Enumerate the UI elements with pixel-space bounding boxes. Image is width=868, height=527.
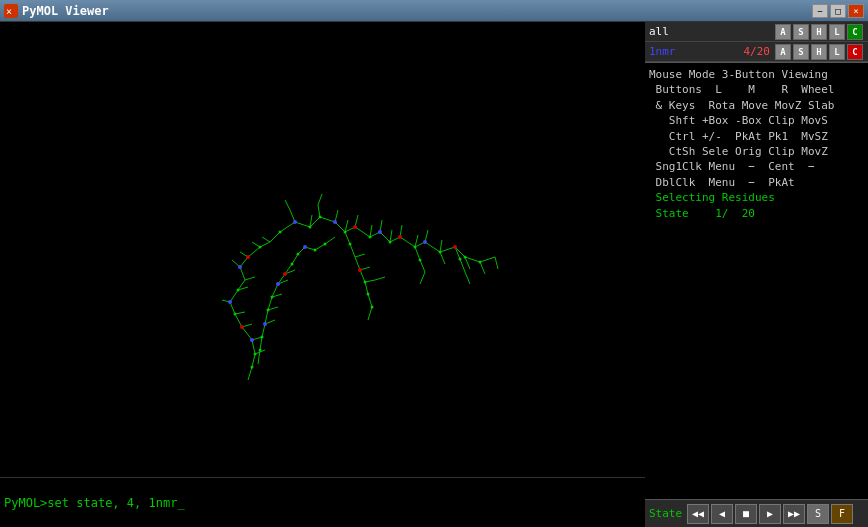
svg-point-99 [333,220,337,224]
info-line-5: Ctrl +/- PkAt Pk1 MvSZ [649,129,864,144]
svg-point-124 [479,261,482,264]
object-name-all: all [649,25,774,38]
info-line-3: & Keys Rota Move MovZ Slab [649,98,864,113]
titlebar: × PyMOL Viewer − □ × [0,0,868,22]
svg-point-141 [297,253,300,256]
close-button[interactable]: × [848,4,864,18]
svg-point-111 [246,255,250,259]
nav-rewind-button[interactable]: ◀◀ [687,504,709,524]
viewer-panel[interactable]: PyMOL>set state, 4, 1nmr_ [0,22,645,527]
nav-S-button[interactable]: S [807,504,829,524]
window-controls: − □ × [812,4,864,18]
all-btn-S[interactable]: S [793,24,809,40]
minimize-button[interactable]: − [812,4,828,18]
svg-point-122 [439,251,442,254]
all-btn-L[interactable]: L [829,24,845,40]
right-panel: all A S H L C 1nmr 4/20 A S H L C Mouse … [645,22,868,527]
object-row-all: all A S H L C [645,22,868,42]
svg-point-125 [259,246,262,249]
svg-point-116 [309,226,312,229]
molecule-svg [0,22,645,477]
all-btn-A[interactable]: A [775,24,791,40]
info-line-8: DblClk Menu − PkAt [649,175,864,190]
object-list: all A S H L C 1nmr 4/20 A S H L C [645,22,868,63]
1nmr-btn-C[interactable]: C [847,44,863,60]
svg-point-135 [349,243,352,246]
svg-point-114 [283,272,287,276]
svg-point-117 [319,216,322,219]
state-label: State [645,507,686,520]
svg-text:×: × [6,6,12,17]
maximize-button[interactable]: □ [830,4,846,18]
svg-point-123 [464,256,467,259]
nav-forward-button[interactable]: ▶▶ [783,504,805,524]
svg-point-112 [240,325,244,329]
nav-F-button[interactable]: F [831,504,853,524]
svg-point-131 [271,296,274,299]
svg-point-113 [358,268,362,272]
svg-point-106 [276,282,280,286]
molecule-canvas[interactable] [0,22,645,477]
1nmr-btn-S[interactable]: S [793,44,809,60]
command-prompt[interactable]: PyMOL>set state, 4, 1nmr_ [0,494,645,512]
app-title: PyMOL Viewer [22,4,109,18]
all-btn-C[interactable]: C [847,24,863,40]
svg-point-109 [398,235,402,239]
svg-point-128 [254,353,257,356]
svg-point-103 [228,300,232,304]
1nmr-btn-A[interactable]: A [775,44,791,60]
svg-point-142 [314,249,317,252]
nav-play-button[interactable]: ▶ [759,504,781,524]
svg-point-119 [369,236,372,239]
command-line[interactable]: PyMOL>set state, 4, 1nmr_ [0,477,645,527]
svg-point-100 [378,230,382,234]
svg-point-126 [237,289,240,292]
svg-point-130 [291,263,294,266]
svg-point-104 [250,338,254,342]
pymol-icon: × [4,4,18,18]
svg-point-136 [364,281,367,284]
svg-point-127 [234,313,237,316]
info-line-6: CtSh Sele Orig Clip MovZ [649,144,864,159]
object-name-1nmr: 1nmr [649,45,744,58]
svg-point-102 [238,265,242,269]
svg-point-137 [371,306,374,309]
svg-point-134 [259,349,262,352]
info-line-2: Buttons L M R Wheel [649,82,864,97]
1nmr-btn-H[interactable]: H [811,44,827,60]
svg-point-138 [367,293,370,296]
svg-point-118 [344,231,347,234]
svg-point-139 [419,259,422,262]
info-line-10: State 1/ 20 [649,206,864,221]
info-line-4: Shft +Box -Box Clip MovS [649,113,864,128]
info-line-7: Sng1Clk Menu − Cent − [649,159,864,174]
svg-point-115 [279,231,282,234]
svg-point-121 [414,246,417,249]
main-layout: PyMOL>set state, 4, 1nmr_ all A S H L C … [0,22,868,527]
svg-point-120 [389,241,392,244]
svg-point-133 [261,336,264,339]
svg-point-129 [251,366,254,369]
svg-point-110 [453,245,457,249]
svg-point-98 [293,220,297,224]
all-btn-H[interactable]: H [811,24,827,40]
info-line-1: Mouse Mode 3-Button Viewing [649,67,864,82]
object-row-1nmr: 1nmr 4/20 A S H L C [645,42,868,62]
nav-stop-button[interactable]: ■ [735,504,757,524]
info-line-9: Selecting Residues [649,190,864,205]
nav-prev-button[interactable]: ◀ [711,504,733,524]
svg-point-101 [423,240,427,244]
svg-point-108 [353,225,357,229]
svg-point-143 [324,243,327,246]
1nmr-btn-L[interactable]: L [829,44,845,60]
svg-point-107 [263,322,267,326]
svg-point-105 [303,245,307,249]
svg-point-140 [459,258,462,261]
svg-point-132 [267,309,270,312]
object-count-1nmr: 4/20 [744,45,771,58]
info-area: Mouse Mode 3-Button Viewing Buttons L M … [645,63,868,499]
titlebar-left: × PyMOL Viewer [4,4,109,18]
svg-rect-2 [0,22,645,477]
status-bar: State ◀◀ ◀ ■ ▶ ▶▶ S F [645,499,868,527]
